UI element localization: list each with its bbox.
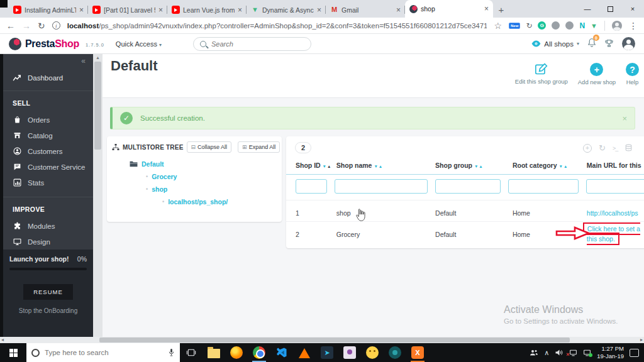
- browser-tab-2[interactable]: [Part 01] Laravel 5.5 an ×: [88, 2, 167, 18]
- sort-down-icon[interactable]: ▼: [374, 164, 378, 168]
- column-header-shop-group[interactable]: Shop group ▼▲: [435, 162, 513, 169]
- maximize-button[interactable]: [599, 0, 621, 18]
- vue-devtools-icon[interactable]: ▼: [591, 22, 597, 30]
- vertical-scrollbar[interactable]: ▲: [93, 54, 103, 337]
- app-icon-emoji[interactable]: [361, 343, 384, 362]
- taskbar-clock[interactable]: 1:27 PM 19-Jan-19: [597, 345, 624, 360]
- taskbar-search-input[interactable]: [45, 349, 163, 356]
- edit-shop-group-button[interactable]: Edit this shop group: [515, 63, 568, 85]
- sort-down-icon[interactable]: ▼: [323, 164, 327, 168]
- browser-tab-1[interactable]: Installing AdminLTE 3 o ×: [9, 2, 88, 18]
- filter-root-category-input[interactable]: [508, 179, 579, 194]
- trophy-icon[interactable]: [604, 39, 614, 48]
- chrome-icon[interactable]: [248, 343, 270, 362]
- network-icon[interactable]: ×: [569, 349, 577, 356]
- minimize-button[interactable]: —: [576, 0, 599, 18]
- app-icon-arrow[interactable]: ➤: [316, 343, 338, 362]
- refresh-icon[interactable]: ↻: [599, 143, 606, 153]
- admin-search-input[interactable]: [211, 40, 293, 48]
- history-extension-icon[interactable]: ↻: [526, 21, 532, 30]
- column-header-shop-name[interactable]: Shop name ▼▲: [336, 162, 435, 169]
- sidebar-item-orders[interactable]: Orders: [3, 112, 93, 128]
- shop-context-selector[interactable]: All shops ▾: [531, 40, 579, 48]
- admin-search-box[interactable]: [193, 37, 311, 51]
- column-header-main-url[interactable]: Main URL for this: [587, 162, 644, 169]
- microphone-icon[interactable]: [168, 348, 175, 357]
- tab-close-icon[interactable]: ×: [317, 6, 321, 14]
- new-tab-button[interactable]: +: [493, 2, 509, 18]
- sidebar-item-stats[interactable]: Stats: [3, 175, 93, 190]
- horizontal-scrollbar[interactable]: ◂ ▸: [0, 337, 644, 343]
- firefox-icon[interactable]: [225, 343, 248, 362]
- add-new-shop-button[interactable]: + Add new shop: [578, 63, 616, 85]
- prestashop-logo[interactable]: PrestaShop: [9, 38, 79, 50]
- sidebar-item-customer-service[interactable]: Customer Service: [3, 159, 93, 175]
- admin-profile-avatar[interactable]: [622, 37, 635, 50]
- tab-close-icon[interactable]: ×: [396, 6, 401, 14]
- export-database-icon[interactable]: [625, 144, 633, 152]
- scroll-left-arrow[interactable]: ◂: [1, 337, 4, 343]
- browser-tab-3[interactable]: Learn Vue.js from scrat ×: [167, 2, 247, 18]
- tab-close-icon[interactable]: ×: [79, 6, 84, 14]
- speaker-icon[interactable]: [555, 349, 564, 356]
- back-icon[interactable]: ←: [6, 21, 15, 30]
- sort-up-icon[interactable]: ▲: [564, 164, 568, 168]
- task-view-button[interactable]: [180, 343, 203, 362]
- cell-shop-name[interactable]: shop: [336, 209, 435, 217]
- app-icon-teal[interactable]: [384, 343, 406, 362]
- sidebar-item-customers[interactable]: Customers: [3, 143, 93, 159]
- column-header-root-category[interactable]: Root category ▼▲: [513, 162, 587, 169]
- extension-icon[interactable]: [565, 21, 574, 30]
- taskbar-search-box[interactable]: [26, 343, 180, 362]
- tab-close-icon[interactable]: ×: [484, 4, 489, 13]
- reload-icon[interactable]: ↻: [38, 21, 45, 30]
- table-row[interactable]: 1 shop Default Home http://localhost/ps: [286, 204, 644, 222]
- tray-expand-chevron-icon[interactable]: ∧: [544, 349, 549, 356]
- tree-node-default[interactable]: Default: [130, 160, 282, 168]
- tab-close-icon[interactable]: ×: [158, 6, 163, 14]
- collapse-all-button[interactable]: ⊟Collapse All: [187, 141, 232, 153]
- set-url-link[interactable]: Click here to set a: [587, 225, 640, 233]
- expand-all-button[interactable]: ⊞Expand All: [238, 141, 280, 153]
- address-bar[interactable]: localhost/ps_shop/admin942vnuxtv/index.p…: [67, 22, 487, 30]
- tab-close-icon[interactable]: ×: [238, 6, 242, 14]
- close-window-button[interactable]: ×: [621, 0, 644, 18]
- sidebar-item-modules[interactable]: Modules: [3, 218, 93, 234]
- filter-shop-name-input[interactable]: [335, 179, 428, 194]
- app-icon-photos[interactable]: [338, 343, 361, 362]
- remote-display-icon[interactable]: [583, 349, 591, 356]
- notifications-button[interactable]: 0: [587, 38, 596, 50]
- extension-icon[interactable]: [552, 21, 560, 30]
- xampp-icon[interactable]: X: [406, 343, 429, 362]
- vlc-icon[interactable]: [293, 343, 316, 362]
- bookmark-star-icon[interactable]: ☆: [494, 21, 502, 30]
- sql-query-icon[interactable]: >_: [613, 145, 618, 151]
- browser-tab-5[interactable]: M Gmail ×: [326, 2, 405, 18]
- browser-tab-active-shop[interactable]: shop ×: [405, 0, 493, 18]
- tree-node-shop[interactable]: • shop: [146, 185, 282, 193]
- sort-up-icon[interactable]: ▲: [327, 164, 331, 168]
- file-explorer-icon[interactable]: [203, 343, 225, 362]
- filter-main-url-input[interactable]: [586, 179, 644, 194]
- cell-main-url-link[interactable]: http://localhost/ps: [587, 209, 644, 217]
- filter-shop-id-input[interactable]: [296, 179, 327, 194]
- tree-node-grocery[interactable]: • Grocery: [146, 173, 282, 180]
- scroll-right-arrow[interactable]: ▸: [640, 337, 643, 343]
- browser-menu-icon[interactable]: ⋮: [629, 21, 638, 30]
- sort-down-icon[interactable]: ▼: [558, 164, 563, 168]
- help-button[interactable]: ? Help: [626, 63, 639, 85]
- vscode-icon[interactable]: [270, 343, 293, 362]
- browser-tab-4[interactable]: ▼ Dynamic & Async Com ×: [247, 2, 326, 18]
- add-row-icon[interactable]: +: [583, 144, 592, 153]
- vertical-scrollbar-thumb[interactable]: [94, 62, 101, 150]
- grammarly-icon[interactable]: G: [538, 21, 546, 30]
- sort-up-icon[interactable]: ▲: [379, 164, 383, 168]
- sort-up-icon[interactable]: ▲: [479, 164, 483, 168]
- scroll-up-arrow[interactable]: ▲: [93, 54, 103, 62]
- browser-profile-avatar[interactable]: [612, 21, 622, 31]
- forward-icon[interactable]: →: [22, 21, 31, 30]
- n-extension-icon[interactable]: N: [579, 21, 585, 30]
- resume-button[interactable]: RESUME: [23, 284, 73, 300]
- set-url-link[interactable]: this shop.: [587, 235, 615, 243]
- page-info-icon[interactable]: i: [52, 21, 60, 30]
